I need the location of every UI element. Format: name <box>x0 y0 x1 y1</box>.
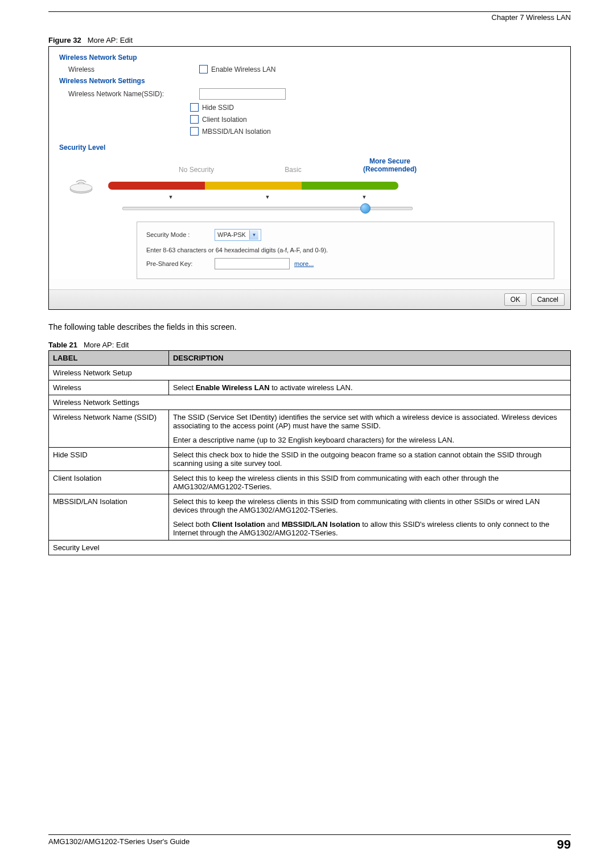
table-row: Wireless Network Setup <box>49 365 571 380</box>
intro-text: The following table describes the fields… <box>48 322 571 331</box>
wireless-label: Wireless <box>59 65 199 73</box>
level-more-secure: More Secure(Recommended) <box>341 157 438 174</box>
table-row: Wireless Network Settings <box>49 395 571 410</box>
security-slider[interactable] <box>122 202 413 214</box>
table-row: Security Level <box>49 540 571 555</box>
figure-caption: Figure 32 More AP: Edit <box>48 36 571 44</box>
section-wireless-settings: Wireless Network Settings <box>59 77 560 85</box>
router-icon <box>68 177 94 194</box>
ssid-label: Wireless Network Name(SSID): <box>59 90 199 98</box>
chapter-header: Chapter 7 Wireless LAN <box>48 13 571 22</box>
slider-handle-icon[interactable] <box>360 203 371 214</box>
client-isolation-label: Client Isolation <box>202 116 247 124</box>
figure-screenshot: Wireless Network Setup Wireless Enable W… <box>48 46 571 310</box>
table-row: Wireless Network Name (SSID)The SSID (Se… <box>49 410 571 447</box>
th-description: DESCRIPTION <box>168 350 570 365</box>
section-security-level: Security Level <box>59 144 560 152</box>
hide-ssid-checkbox[interactable] <box>190 103 199 112</box>
footer-guide-name: AMG1302/AMG1202-TSeries User's Guide <box>48 837 190 852</box>
table-row: WirelessSelect Enable Wireless LAN to ac… <box>49 380 571 395</box>
level-no-security: No Security <box>148 166 245 174</box>
psk-label: Pre-Shared Key: <box>146 260 215 267</box>
cancel-button[interactable]: Cancel <box>531 293 565 306</box>
security-mode-label: Security Mode : <box>146 231 215 238</box>
chevron-down-icon: ▼ <box>249 230 258 240</box>
table-row: MBSSID/LAN IsolationSelect this to keep … <box>49 494 571 540</box>
footer-page-number: 99 <box>557 837 571 852</box>
ok-button[interactable]: OK <box>504 293 526 306</box>
more-link[interactable]: more... <box>294 260 314 267</box>
ssid-input[interactable] <box>199 88 286 100</box>
table-row: Client IsolationSelect this to keep the … <box>49 470 571 494</box>
table-row: Hide SSIDSelect this check box to hide t… <box>49 447 571 470</box>
level-basic: Basic <box>245 166 341 174</box>
description-table: LABEL DESCRIPTION Wireless Network Setup… <box>48 350 571 555</box>
table-caption: Table 21 More AP: Edit <box>48 341 571 349</box>
mbssid-isolation-label: MBSSID/LAN Isolation <box>202 128 271 136</box>
enable-wlan-checkbox[interactable] <box>199 65 208 73</box>
security-color-bar <box>108 182 398 190</box>
svg-point-1 <box>70 183 92 191</box>
security-mode-select[interactable]: WPA-PSK ▼ <box>215 229 261 241</box>
psk-hint: Enter 8-63 characters or 64 hexadecimal … <box>146 247 545 253</box>
hide-ssid-label: Hide SSID <box>202 104 234 112</box>
mbssid-isolation-checkbox[interactable] <box>190 127 199 136</box>
security-settings-box: Security Mode : WPA-PSK ▼ Enter 8-63 cha… <box>137 222 554 279</box>
th-label: LABEL <box>49 350 169 365</box>
section-wireless-setup: Wireless Network Setup <box>59 54 560 62</box>
client-isolation-checkbox[interactable] <box>190 115 199 124</box>
enable-wlan-label: Enable Wireless LAN <box>211 65 275 73</box>
psk-input[interactable] <box>215 258 290 269</box>
